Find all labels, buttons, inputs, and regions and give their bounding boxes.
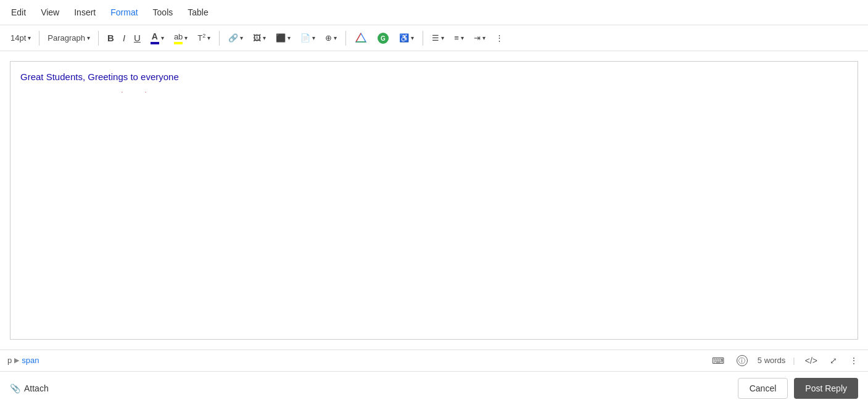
align-button[interactable]: ☰ ▾ (428, 31, 448, 45)
attach-label: Attach (24, 383, 49, 393)
svg-line-1 (356, 33, 361, 42)
font-color-label: A (152, 31, 158, 41)
editor-container: Great Students, Greetings to everyone Ne… (0, 51, 868, 350)
sep-2 (98, 31, 99, 46)
indent-button[interactable]: ⇥ ▾ (470, 31, 489, 45)
menu-view[interactable]: View (39, 5, 60, 20)
list-icon: ≡ (454, 33, 459, 43)
word-count: 5 words (758, 356, 786, 365)
link-chevron: ▾ (240, 35, 243, 41)
superscript-button[interactable]: T2 ▾ (194, 30, 214, 45)
bold-button[interactable]: B (104, 30, 118, 46)
font-color-button[interactable]: A ▾ (147, 29, 168, 47)
font-color-indicator (151, 42, 159, 44)
breadcrumb: p ▶ span (7, 356, 705, 365)
accessibility-button[interactable]: ♿ ▾ (395, 31, 418, 45)
sep-3 (219, 31, 220, 46)
cancel-button[interactable]: Cancel (738, 378, 788, 399)
indent-icon: ⇥ (474, 33, 481, 43)
html-source-button[interactable]: </> (803, 354, 820, 367)
gdrive-button[interactable] (351, 30, 371, 47)
svg-text:G: G (381, 35, 386, 42)
special-chars-chevron: ▾ (334, 35, 337, 41)
font-size-selector[interactable]: 14pt ▾ (7, 31, 34, 44)
link-icon: 🔗 (228, 33, 238, 43)
link-button[interactable]: 🔗 ▾ (225, 31, 247, 45)
paragraph-value: Paragraph (48, 33, 85, 43)
italic-label: I (123, 33, 125, 43)
sep-4 (345, 31, 346, 46)
breadcrumb-arrow: ▶ (14, 356, 19, 364)
superscript-label: T2 (197, 33, 205, 43)
editor-content[interactable]: Great Students, Greetings to everyone Ne… (10, 62, 858, 92)
post-reply-button[interactable]: Post Reply (794, 378, 858, 399)
keyboard-shortcut-button[interactable]: ⌨ (709, 354, 727, 367)
gdrive-icon (355, 32, 367, 44)
accessibility-status-button[interactable]: ⓘ (734, 354, 750, 368)
format-group: B I U (104, 30, 144, 46)
superscript-chevron: ▾ (207, 35, 210, 41)
more-status-button[interactable]: ⋮ (847, 354, 861, 367)
doc-button[interactable]: 📄 ▾ (297, 31, 319, 45)
image-icon: 🖼 (253, 33, 261, 43)
media-chevron: ▾ (287, 35, 291, 41)
accessibility-status-icon: ⓘ (737, 355, 748, 366)
italic-button[interactable]: I (119, 30, 129, 46)
sep-5 (423, 31, 423, 46)
status-right: ⌨ ⓘ 5 words | </> ⤢ ⋮ (709, 354, 861, 368)
font-color-group: A ▾ (147, 29, 168, 47)
svg-marker-0 (356, 33, 366, 42)
align-icon: ☰ (432, 33, 439, 43)
action-bar: 📎 Attach Cancel Post Reply (0, 371, 868, 405)
more-options-button[interactable]: ⋮ (492, 31, 507, 45)
list-button[interactable]: ≡ ▾ (450, 31, 468, 45)
attach-icon: 📎 (10, 383, 20, 393)
doc-icon: 📄 (300, 33, 310, 43)
highlight-chevron: ▾ (184, 35, 188, 41)
highlight-color-indicator (174, 42, 183, 44)
menu-bar: Edit View Insert Format Tools Table (0, 0, 868, 25)
accessibility-chevron: ▾ (411, 35, 414, 41)
special-chars-icon: ⊕ (325, 33, 332, 43)
menu-tools[interactable]: Tools (152, 5, 175, 20)
status-bar: p ▶ span ⌨ ⓘ 5 words | </> ⤢ ⋮ (0, 350, 868, 372)
breadcrumb-span[interactable]: span (22, 356, 39, 365)
greeting-text: Great Students, Greetings to everyone (20, 72, 179, 82)
list-chevron: ▾ (461, 35, 464, 41)
expand-button[interactable]: ⤢ (827, 354, 840, 367)
menu-format[interactable]: Format (109, 5, 139, 20)
more-options-icon: ⋮ (495, 33, 503, 43)
action-right: Cancel Post Reply (738, 378, 858, 399)
doc-chevron: ▾ (312, 35, 315, 41)
menu-edit[interactable]: Edit (10, 5, 27, 20)
paragraph-selector[interactable]: Paragraph ▾ (44, 31, 93, 44)
font-size-value: 14pt (10, 33, 26, 43)
bold-label: B (107, 33, 114, 43)
breadcrumb-p: p (7, 356, 12, 365)
gdocs-button[interactable]: G (373, 30, 393, 47)
underline-button[interactable]: U (130, 30, 144, 46)
menu-insert[interactable]: Insert (73, 5, 97, 20)
accessibility-icon: ♿ (399, 33, 409, 43)
more-status-icon: ⋮ (849, 356, 858, 366)
expand-icon: ⤢ (830, 356, 837, 366)
gdocs-icon: G (377, 32, 389, 44)
align-chevron: ▾ (441, 35, 444, 41)
image-button[interactable]: 🖼 ▾ (249, 31, 270, 45)
keyboard-icon: ⌨ (712, 356, 724, 366)
font-color-chevron: ▾ (161, 35, 164, 41)
toolbar: 14pt ▾ Paragraph ▾ B I U A ▾ (0, 25, 868, 51)
menu-table[interactable]: Table (186, 5, 209, 20)
editor-wrapper: Great Students, Greetings to everyone Ne… (10, 61, 858, 340)
media-icon: ⬛ (276, 33, 286, 43)
image-chevron: ▾ (263, 35, 266, 41)
attach-button[interactable]: 📎 Attach (10, 383, 49, 393)
paragraph-chevron: ▾ (87, 35, 90, 41)
highlight-label: ab (174, 32, 183, 41)
highlight-button[interactable]: ab ▾ (170, 30, 191, 47)
underline-label: U (134, 33, 141, 43)
separator-status: | (793, 356, 795, 365)
media-button[interactable]: ⬛ ▾ (272, 31, 294, 45)
html-source-icon: </> (805, 356, 817, 366)
special-chars-button[interactable]: ⊕ ▾ (321, 31, 341, 45)
